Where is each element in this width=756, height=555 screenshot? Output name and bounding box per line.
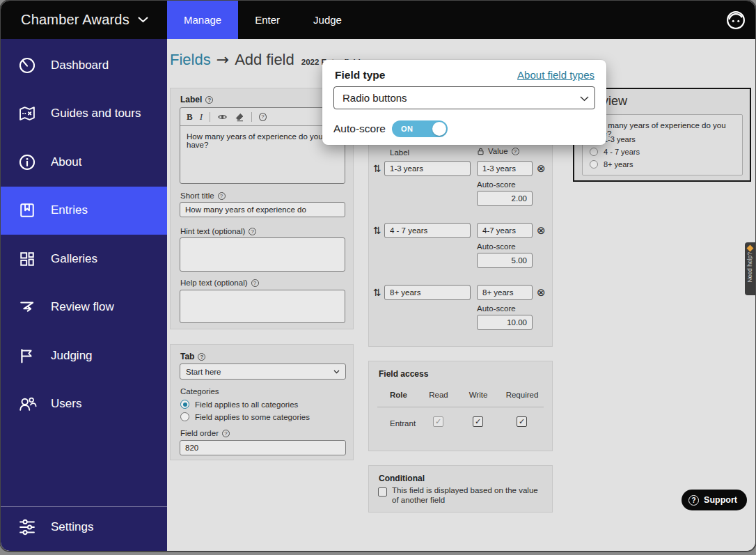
eraser-icon[interactable] [235, 112, 244, 122]
sidebar-item-label: Galleries [51, 252, 97, 266]
option-value-input[interactable] [477, 223, 533, 238]
app-window: Chamber Awards Manage Enter Judge [1, 1, 755, 551]
sort-handle-icon[interactable]: ⇅ [373, 287, 381, 298]
autoscore-input[interactable] [477, 191, 533, 206]
option-label-input[interactable] [384, 223, 471, 238]
chevron-down-icon [580, 96, 589, 102]
radio-all-categories[interactable]: Field applies to all categories [180, 400, 298, 409]
sidebar-item-guides-and-tours[interactable]: Guides and tours [1, 90, 167, 139]
tab-judge[interactable]: Judge [297, 1, 359, 39]
preview-radio-option[interactable]: 8+ years [590, 160, 633, 169]
autoscore-input[interactable] [477, 253, 533, 268]
sidebar-item-label: Users [51, 397, 81, 411]
account-switcher[interactable]: Chamber Awards [21, 1, 148, 39]
remove-option-icon[interactable]: ⊗ [537, 162, 546, 175]
help-circle-icon[interactable]: ? [218, 192, 226, 200]
radio-unselected-icon [180, 412, 189, 421]
label-editor-input[interactable]: How many years of experience do you have… [180, 126, 345, 155]
preview-radio-option[interactable]: 4 - 7 years [590, 148, 640, 156]
sort-handle-icon[interactable]: ⇅ [373, 225, 381, 236]
hint-text-heading: Hint text (optional) [180, 227, 245, 235]
field-order-input[interactable] [180, 440, 346, 455]
help-text-heading: Help text (optional) [180, 279, 248, 287]
toggle-knob [432, 122, 446, 136]
radio-unselected-icon [590, 148, 598, 156]
sidebar-item-users[interactable]: Users [1, 380, 167, 429]
tab-enter[interactable]: Enter [238, 1, 297, 39]
breadcrumb-fields-link[interactable]: Fields [170, 51, 211, 69]
option-label-input[interactable] [384, 161, 471, 176]
preview-radio-label: 8+ years [604, 160, 633, 169]
page-title: Add field [235, 51, 294, 69]
help-circle-icon[interactable]: ? [198, 353, 205, 361]
field-type-select[interactable]: Radio buttons [333, 86, 595, 109]
need-help-tab[interactable]: Need help? [745, 242, 755, 295]
autoscore-input[interactable] [477, 315, 533, 330]
categories-heading: Categories [180, 387, 219, 396]
preview-radio-label: 4 - 7 years [604, 148, 640, 156]
option-value-input[interactable] [477, 161, 533, 176]
sidebar-item-review-flow[interactable]: Review flow [1, 283, 167, 332]
support-label: Support [704, 495, 737, 505]
radio-some-categories[interactable]: Field applies to some categories [180, 412, 310, 421]
sidebar-item-settings[interactable]: Settings [1, 506, 167, 547]
short-title-input[interactable] [180, 202, 345, 217]
write-checkbox[interactable]: ✓ [473, 416, 483, 427]
tab-manage[interactable]: Manage [167, 1, 238, 39]
column-header-read: Read [429, 391, 448, 399]
brand-name: Chamber Awards [21, 12, 129, 28]
top-bar: Chamber Awards Manage Enter Judge [1, 1, 755, 39]
help-circle-icon[interactable]: ? [512, 148, 519, 155]
sidebar-item-judging[interactable]: Judging [1, 331, 167, 380]
editor-help-icon[interactable]: ? [259, 113, 267, 121]
users-icon [17, 394, 37, 414]
sidebar-item-label: Review flow [51, 300, 114, 314]
remove-option-icon[interactable]: ⊗ [537, 286, 546, 299]
column-header-required: Required [506, 391, 539, 399]
bold-button[interactable]: B [187, 111, 193, 123]
toolbar-divider [210, 112, 210, 122]
autoscore-toggle[interactable]: ON [392, 120, 448, 137]
help-text-input[interactable] [180, 290, 345, 323]
topbar-tabs: Manage Enter Judge [167, 1, 359, 39]
sidebar-item-label: Settings [51, 520, 93, 534]
grid-icon [17, 249, 37, 269]
field-access-heading: Field access [379, 369, 428, 379]
read-checkbox[interactable]: ✓ [433, 416, 443, 427]
help-circle-icon[interactable]: ? [205, 96, 213, 104]
sidebar-item-label: Dashboard [51, 58, 109, 72]
column-header-role: Role [390, 391, 407, 399]
help-circle-icon[interactable]: ? [251, 279, 259, 287]
sidebar-item-about[interactable]: About [1, 138, 167, 187]
italic-button[interactable]: I [200, 111, 203, 123]
field-type-value: Radio buttons [342, 92, 407, 104]
option-value-input[interactable] [477, 285, 533, 300]
preview-radio-label: 1-3 years [604, 135, 636, 143]
need-help-label: Need help? [746, 252, 753, 282]
hint-text-input[interactable] [180, 237, 345, 272]
sidebar-item-entries[interactable]: Entries [1, 187, 167, 235]
tab-panel: Tab? Start here Categories Field applies… [170, 344, 354, 460]
remove-option-icon[interactable]: ⊗ [537, 224, 546, 237]
help-circle-icon[interactable]: ? [249, 228, 256, 235]
breadcrumb-arrow: → [216, 51, 229, 68]
conditional-panel: Conditional This field is displayed base… [368, 465, 553, 513]
conditional-checkbox[interactable] [378, 487, 387, 497]
account-avatar-icon[interactable] [725, 10, 746, 31]
sort-handle-icon[interactable]: ⇅ [373, 163, 381, 174]
question-circle-icon: ? [688, 495, 699, 506]
autoscore-label: Auto-score [477, 304, 516, 313]
autoscore-label: Auto-score [477, 180, 516, 189]
tab-select[interactable]: Start here [180, 364, 346, 380]
popup-heading: Field type [335, 69, 385, 81]
about-field-types-link[interactable]: About field types [517, 69, 594, 81]
sidebar-item-dashboard[interactable]: Dashboard [1, 41, 167, 90]
support-button[interactable]: ? Support [682, 490, 747, 510]
option-row: ⇅ ⊗ Auto-score [369, 285, 553, 347]
sidebar-item-galleries[interactable]: Galleries [1, 235, 167, 283]
option-label-input[interactable] [384, 285, 471, 300]
help-circle-icon[interactable]: ? [222, 430, 230, 437]
eye-icon[interactable] [217, 112, 228, 122]
rich-text-editor: B I ? How many years of experience do yo… [180, 107, 345, 184]
required-checkbox[interactable]: ✓ [517, 416, 527, 427]
